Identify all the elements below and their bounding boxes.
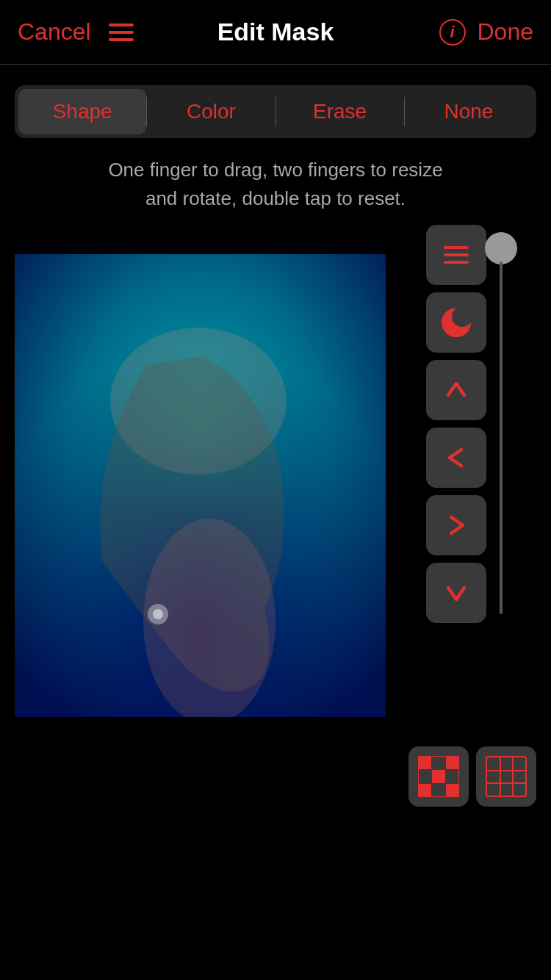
tab-shape[interactable]: Shape [18, 89, 146, 134]
arrow-right-button[interactable] [426, 495, 486, 555]
main-area [0, 225, 551, 717]
tab-erase[interactable]: Erase [276, 89, 404, 134]
cancel-button[interactable]: Cancel [18, 18, 91, 46]
chevron-left-icon [442, 444, 470, 472]
svg-rect-12 [432, 770, 445, 783]
svg-point-5 [153, 609, 163, 619]
arrow-up-button[interactable] [426, 360, 486, 420]
page-title: Edit Mask [217, 18, 334, 46]
image-person-svg [15, 254, 386, 717]
svg-rect-15 [432, 784, 445, 797]
svg-rect-16 [446, 784, 459, 797]
svg-rect-14 [418, 784, 431, 797]
opacity-slider[interactable] [494, 232, 508, 614]
chevron-up-icon [442, 376, 470, 404]
controls-column [397, 225, 536, 623]
mask-shape-button[interactable] [426, 292, 486, 353]
grid-icon [486, 756, 527, 797]
mask-shape-icon [440, 306, 472, 339]
instruction-text: One finger to drag, two fingers to resiz… [44, 156, 507, 213]
header-right: i Done [439, 18, 534, 46]
slider-thumb[interactable] [485, 232, 517, 264]
checkerboard-partial-icon [418, 756, 459, 797]
svg-rect-8 [418, 756, 431, 769]
chevron-down-icon [442, 579, 470, 607]
chevron-right-icon [442, 511, 470, 539]
svg-point-7 [452, 306, 472, 327]
header-left: Cancel [18, 18, 134, 46]
bottom-buttons [0, 732, 551, 821]
header: Cancel Edit Mask i Done [0, 0, 551, 65]
icon-buttons [426, 225, 486, 623]
slider-and-buttons [426, 225, 508, 623]
svg-rect-10 [446, 756, 459, 769]
done-button[interactable]: Done [478, 18, 534, 46]
svg-rect-18 [486, 757, 526, 796]
image-canvas[interactable] [15, 254, 386, 717]
slider-track-line [500, 262, 503, 614]
hamburger-icon[interactable] [109, 24, 134, 41]
menu-button[interactable] [426, 225, 486, 285]
info-icon[interactable]: i [439, 19, 466, 46]
grid-button[interactable] [476, 746, 536, 807]
tab-none[interactable]: None [405, 89, 533, 134]
hamburger-lines-icon [444, 246, 469, 264]
tab-bar: Shape Color Erase None [15, 85, 536, 138]
svg-rect-13 [446, 770, 459, 783]
svg-rect-11 [418, 770, 431, 783]
checkerboard-partial-button[interactable] [408, 746, 469, 807]
arrow-left-button[interactable] [426, 428, 486, 488]
svg-rect-9 [432, 756, 445, 769]
arrow-down-button[interactable] [426, 563, 486, 623]
tab-color[interactable]: Color [147, 89, 275, 134]
